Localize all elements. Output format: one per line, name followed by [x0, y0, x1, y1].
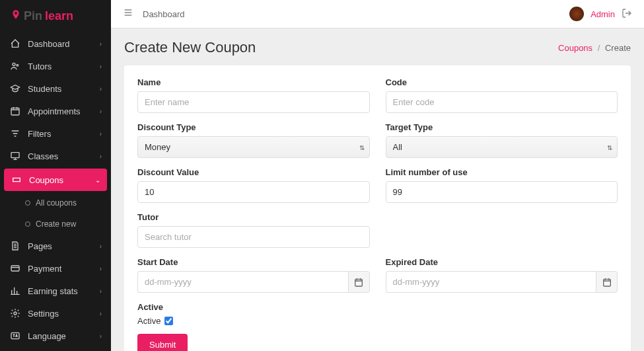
tutor-label: Tutor: [137, 212, 370, 222]
sidebar-sub-all-coupons[interactable]: All coupons: [0, 192, 111, 214]
sidebar-item-label: Tutors: [28, 61, 52, 71]
gear-icon: [9, 308, 21, 319]
topbar-title: Dashboard: [143, 9, 185, 19]
discount-value-input[interactable]: [137, 181, 370, 203]
chart-icon: [9, 286, 21, 296]
home-icon: [9, 38, 21, 49]
sidebar-sub-create-new[interactable]: Create new: [0, 214, 111, 235]
page-header: Create New Coupon Coupons / Create: [124, 39, 631, 56]
start-date-input[interactable]: [137, 271, 348, 293]
chevron-right-icon: ›: [100, 63, 102, 70]
sidebar-item-appointments[interactable]: Appointments ›: [0, 100, 111, 122]
filter-icon: [9, 128, 21, 139]
sidebar-item-label: Filters: [28, 129, 51, 139]
sidebar-item-classes[interactable]: Classes ›: [0, 145, 111, 167]
svg-point-0: [13, 63, 15, 65]
sidebar-item-coupons[interactable]: Coupons ⌄: [4, 169, 107, 191]
language-icon: [9, 331, 21, 341]
monitor-icon: [9, 151, 21, 161]
breadcrumb-sep: /: [598, 43, 600, 53]
sidebar-item-label: Students: [28, 84, 61, 94]
calendar-icon: [9, 106, 21, 116]
user-name[interactable]: Admin: [590, 9, 615, 19]
sidebar-item-label: Classes: [28, 151, 58, 161]
sidebar-item-dashboard[interactable]: Dashboard ›: [0, 32, 111, 55]
sidebar: Pinlearn Dashboard › Tutors › Students ›…: [0, 0, 111, 351]
name-label: Name: [137, 77, 370, 87]
sidebar-item-language[interactable]: Language ›: [0, 325, 111, 347]
card-icon: [9, 263, 21, 274]
active-checkbox[interactable]: [164, 317, 173, 325]
logo-text-learn: learn: [45, 9, 73, 23]
breadcrumb: Coupons / Create: [558, 43, 631, 53]
expired-date-input[interactable]: [386, 271, 596, 293]
submit-button[interactable]: Submit: [137, 334, 188, 351]
logo[interactable]: Pinlearn: [0, 0, 111, 32]
content: Create New Coupon Coupons / Create Name …: [111, 28, 644, 351]
name-input[interactable]: [137, 91, 370, 113]
code-input[interactable]: [386, 91, 618, 113]
sidebar-item-earning-stats[interactable]: Earning stats ›: [0, 280, 111, 302]
chevron-right-icon: ›: [100, 153, 102, 160]
breadcrumb-link[interactable]: Coupons: [558, 43, 592, 53]
chevron-right-icon: ›: [100, 243, 102, 250]
sidebar-item-payment[interactable]: Payment ›: [0, 257, 111, 280]
sidebar-item-label: Earning stats: [28, 286, 78, 296]
sidebar-item-label: Coupons: [29, 175, 63, 185]
svg-rect-4: [11, 266, 19, 271]
target-type-label: Target Type: [386, 122, 618, 132]
file-icon: [9, 241, 21, 251]
svg-rect-3: [11, 153, 19, 158]
start-date-label: Start Date: [137, 257, 370, 267]
chevron-right-icon: ›: [100, 108, 102, 115]
logout-icon[interactable]: [622, 8, 632, 20]
sidebar-item-settings[interactable]: Settings ›: [0, 302, 111, 325]
chevron-right-icon: ›: [100, 85, 102, 93]
start-date-calendar-icon[interactable]: [348, 271, 370, 293]
sidebar-item-students[interactable]: Students ›: [0, 77, 111, 100]
sidebar-sub-label: All coupons: [36, 198, 77, 208]
discount-type-label: Discount Type: [137, 122, 370, 132]
page-title: Create New Coupon: [124, 39, 256, 56]
expired-date-calendar-icon[interactable]: [596, 271, 618, 293]
code-label: Code: [386, 77, 618, 87]
sidebar-item-label: Payment: [28, 264, 61, 274]
ticket-icon: [11, 175, 22, 185]
chevron-right-icon: ›: [100, 265, 102, 272]
sidebar-item-tutors[interactable]: Tutors ›: [0, 55, 111, 77]
svg-rect-7: [355, 279, 363, 286]
sidebar-item-pages[interactable]: Pages ›: [0, 235, 111, 257]
topbar-right: Admin: [569, 7, 632, 21]
sidebar-sub-label: Create new: [36, 219, 76, 229]
avatar[interactable]: [569, 7, 584, 21]
svg-rect-8: [603, 279, 610, 286]
form-card: Name Code Discount Type Money: [124, 65, 631, 351]
circle-icon: [25, 200, 30, 206]
target-type-select[interactable]: All: [386, 136, 618, 158]
logo-text-pin: Pin: [24, 9, 42, 23]
menu-toggle-icon[interactable]: [123, 7, 133, 20]
limit-input[interactable]: [386, 181, 618, 203]
expired-date-label: Expired Date: [386, 257, 618, 267]
breadcrumb-current: Create: [605, 43, 631, 53]
tutor-input[interactable]: [137, 226, 370, 248]
discount-type-select[interactable]: Money: [137, 136, 370, 158]
sidebar-item-filters[interactable]: Filters ›: [0, 122, 111, 145]
limit-label: Limit number of use: [386, 167, 618, 177]
svg-point-1: [17, 64, 18, 66]
chevron-right-icon: ›: [100, 130, 102, 137]
topbar: Dashboard Admin: [111, 0, 644, 28]
graduation-icon: [9, 83, 21, 94]
sidebar-item-label: Language: [28, 331, 66, 341]
logo-icon: [11, 9, 21, 23]
chevron-right-icon: ›: [100, 288, 102, 295]
discount-value-label: Discount Value: [137, 167, 370, 177]
circle-icon: [25, 221, 30, 227]
users-icon: [9, 61, 21, 71]
main: Dashboard Admin Create New Coupon Coupon…: [111, 0, 644, 351]
chevron-right-icon: ›: [100, 310, 102, 317]
sidebar-item-label: Settings: [28, 309, 59, 319]
svg-rect-6: [11, 332, 19, 338]
sidebar-nav: Dashboard › Tutors › Students › Appointm…: [0, 32, 111, 351]
chevron-down-icon: ⌄: [95, 176, 100, 184]
